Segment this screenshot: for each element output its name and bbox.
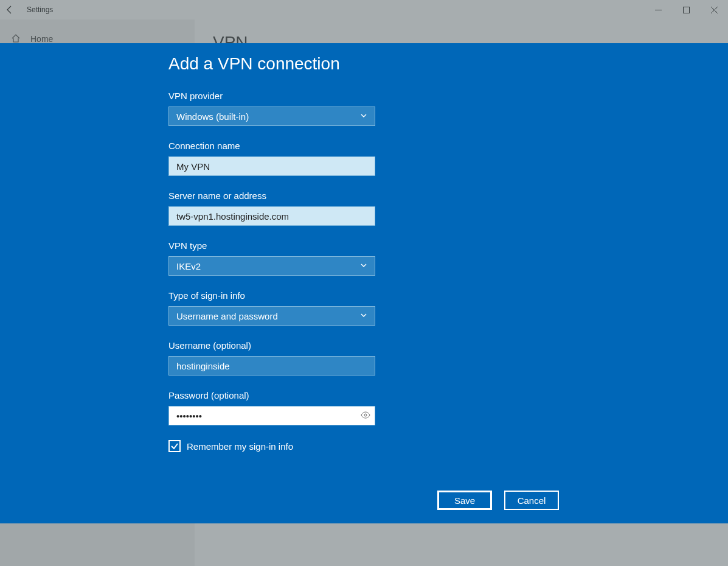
vpn-type-dropdown[interactable]: IKEv2 [168, 256, 375, 276]
field-password: Password (optional) [168, 390, 558, 425]
dialog-content: Add a VPN connection VPN provider Window… [168, 43, 558, 452]
remember-signin-row: Remember my sign-in info [168, 440, 558, 452]
save-button[interactable]: Save [437, 491, 492, 510]
vpn-provider-dropdown[interactable]: Windows (built-in) [168, 107, 375, 126]
username-input[interactable] [168, 356, 375, 376]
vpn-provider-value: Windows (built-in) [176, 111, 249, 122]
signin-type-dropdown[interactable]: Username and password [168, 306, 375, 326]
svg-point-4 [364, 414, 367, 416]
server-address-label: Server name or address [168, 190, 558, 201]
dialog-buttons: Save Cancel [437, 491, 559, 510]
chevron-down-icon [360, 312, 367, 321]
username-label: Username (optional) [168, 340, 558, 351]
remember-signin-label: Remember my sign-in info [187, 441, 293, 452]
chevron-down-icon [360, 112, 367, 121]
signin-type-value: Username and password [176, 311, 278, 321]
vpn-provider-label: VPN provider [168, 91, 558, 101]
chevron-down-icon [360, 262, 367, 271]
connection-name-label: Connection name [168, 141, 558, 151]
field-vpn-type: VPN type IKEv2 [168, 240, 558, 276]
reveal-password-icon[interactable] [361, 411, 370, 421]
dialog-title: Add a VPN connection [168, 54, 558, 74]
cancel-button[interactable]: Cancel [504, 491, 559, 510]
signin-type-label: Type of sign-in info [168, 290, 558, 301]
remember-signin-checkbox[interactable] [168, 440, 181, 452]
server-address-input[interactable] [168, 206, 375, 226]
vpn-type-label: VPN type [168, 240, 558, 251]
field-connection-name: Connection name [168, 141, 558, 176]
field-vpn-provider: VPN provider Windows (built-in) [168, 91, 558, 126]
field-username: Username (optional) [168, 340, 558, 376]
password-label: Password (optional) [168, 390, 558, 400]
connection-name-input[interactable] [168, 156, 375, 176]
vpn-type-value: IKEv2 [176, 261, 201, 271]
password-input[interactable] [168, 406, 375, 425]
field-signin-type: Type of sign-in info Username and passwo… [168, 290, 558, 326]
add-vpn-dialog: Add a VPN connection VPN provider Window… [0, 43, 728, 523]
field-server-address: Server name or address [168, 190, 558, 226]
